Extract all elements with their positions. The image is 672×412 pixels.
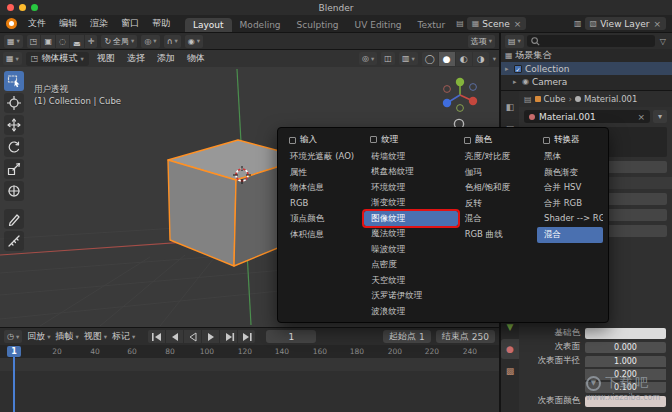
menu-item-wave-texture[interactable]: 波浪纹理 [364, 304, 457, 319]
rotate-tool-button[interactable] [4, 137, 24, 157]
overlays-toggle-button[interactable]: ◫ [381, 52, 395, 65]
frame-end-field[interactable]: 结束点 250 [436, 330, 495, 343]
viewport-editor-type-button[interactable]: ▦▾ [3, 52, 22, 65]
transform-gizmo-dropdown[interactable]: ◎▾ [359, 52, 377, 65]
timeline-menu-marker[interactable]: 标记▾ [112, 330, 135, 343]
box-select-mode-button[interactable]: ▣ [41, 35, 55, 48]
tab-texture-properties[interactable]: ▩ [501, 361, 519, 381]
menu-item-noise-texture[interactable]: 噪波纹理 [364, 242, 457, 257]
frame-start-field[interactable]: 起始点 1 [383, 330, 431, 343]
axis-x-dot[interactable] [469, 97, 477, 105]
scene-selector[interactable]: ▦ Scene × [467, 17, 527, 30]
menu-edit[interactable]: 编辑 [53, 17, 83, 30]
menu-window[interactable]: 窗口 [115, 17, 145, 30]
menu-item-mix-converter[interactable]: 混合 [537, 227, 603, 243]
viewport-menu-add[interactable]: 添加 [153, 52, 179, 65]
material-specials-button[interactable]: ▾ [653, 110, 667, 123]
collection-checkbox[interactable]: ✓ [514, 65, 522, 73]
menu-item-sky-texture[interactable]: 天空纹理 [364, 273, 457, 288]
menu-item-image-texture[interactable]: 图像纹理 [364, 211, 457, 226]
pivot-point-dropdown[interactable]: ◎▾ [141, 35, 159, 48]
options-dropdown[interactable]: 选项 ▾ [468, 35, 495, 48]
workspace-tab-uv-editing[interactable]: UV Editing [347, 18, 410, 32]
menu-item-combine-rgb[interactable]: 合并 RGB [537, 196, 603, 212]
proportional-editing-dropdown[interactable]: ◉▾ [185, 35, 203, 48]
expand-arrow-icon[interactable]: ▸ [513, 78, 519, 86]
menu-item-gamma[interactable]: 伽玛 [458, 165, 537, 181]
menu-item-hue-saturation[interactable]: 色相/饱和度 [458, 180, 537, 196]
menu-item-bright-contrast[interactable]: 亮度/对比度 [458, 149, 537, 165]
outliner-row-camera[interactable]: ▸ ◉ Camera [501, 75, 672, 88]
previous-keyframe-button[interactable] [166, 330, 183, 343]
material-name-field[interactable]: Material.001 × [524, 110, 650, 123]
shading-wireframe-button[interactable]: ◯ [422, 52, 438, 66]
view-layer-browse-icon[interactable]: ▥ [572, 19, 584, 28]
viewport-menu-view[interactable]: 视图 [93, 52, 119, 65]
viewport-menu-object[interactable]: 物体 [183, 52, 209, 65]
workspace-tab-texture-paint[interactable]: Textur [410, 18, 454, 32]
lasso-select-mode-button[interactable]: ◛ [70, 35, 84, 48]
menu-item-rgb-curves[interactable]: RGB 曲线 [458, 227, 537, 243]
menu-item-shader-to-rgb[interactable]: Shader --> RGB [537, 211, 603, 227]
workspace-tab-sculpting[interactable]: Sculpting [289, 18, 347, 32]
current-frame-marker[interactable]: 1 [7, 346, 21, 357]
annotate-tool-button[interactable] [4, 209, 24, 229]
remove-view-layer-icon[interactable]: × [653, 19, 661, 29]
tab-material-properties[interactable]: ● [501, 339, 519, 359]
play-button[interactable] [202, 330, 219, 343]
transform-orientation-dropdown[interactable]: ↻ 全局 ▾ [101, 35, 137, 48]
timeline-menu-view[interactable]: 视图▾ [84, 330, 107, 343]
tab-render-properties[interactable]: ◧ [501, 97, 519, 117]
move-tool-button[interactable] [4, 115, 24, 135]
menu-item-attribute[interactable]: 属性 [283, 165, 364, 181]
playhead-line[interactable] [13, 357, 15, 412]
xray-toggle-button[interactable]: ▥▾ [399, 52, 418, 65]
menu-file[interactable]: 文件 [22, 17, 52, 30]
workspace-tab-layout[interactable]: Layout [185, 18, 232, 32]
scale-tool-button[interactable] [4, 159, 24, 179]
editor-type-button[interactable]: ▦▾ [4, 35, 23, 48]
outliner-row-scene-collection[interactable]: ▦ 场景集合 [501, 49, 672, 62]
menu-item-volume-info[interactable]: 体积信息 [283, 227, 364, 243]
select-box-tool-button[interactable] [4, 71, 24, 91]
menu-item-color-ramp[interactable]: 颜色渐变 [537, 165, 603, 181]
mode-dropdown[interactable]: ◳ 物体模式 ▾ [26, 52, 89, 66]
timeline-menu-keying[interactable]: 插帧▾ [56, 330, 79, 343]
blender-logo-icon[interactable] [6, 18, 17, 29]
measure-tool-button[interactable] [4, 231, 24, 251]
base-color-swatch[interactable] [585, 328, 666, 339]
menu-item-rgb[interactable]: RGB [283, 196, 364, 212]
axis-z-dot[interactable] [443, 99, 451, 107]
timeline-menu-playback[interactable]: 回放▾ [27, 330, 50, 343]
subsurface-slider[interactable]: 0.000 [585, 342, 666, 353]
timeline-tracks[interactable] [0, 358, 499, 412]
workspace-tab-modeling[interactable]: Modeling [232, 18, 289, 32]
menu-item-environment-texture[interactable]: 环境纹理 [364, 180, 457, 195]
shading-rendered-button[interactable]: ◑ [473, 52, 489, 66]
axis-y-neg-dot[interactable] [457, 105, 464, 112]
tweak-mode-button[interactable]: ◳ [27, 35, 41, 48]
breadcrumb-object[interactable]: Cube [544, 94, 566, 104]
viewport-menu-select[interactable]: 选择 [123, 52, 149, 65]
current-frame-field[interactable]: 1 [266, 330, 316, 343]
play-reverse-button[interactable] [184, 330, 201, 343]
expand-arrow-icon[interactable]: ▸ [505, 65, 511, 73]
menu-render[interactable]: 渲染 [84, 17, 114, 30]
unlink-material-icon[interactable]: × [637, 112, 645, 122]
timeline-ruler[interactable]: 20 40 60 80 100 120 140 160 180 200 220 … [0, 345, 499, 358]
subsurface-radius-x[interactable]: 1.000 [585, 356, 666, 367]
menu-item-point-density[interactable]: 点密度 [364, 257, 457, 272]
timeline-editor-type-button[interactable]: ◷▾ [4, 330, 22, 343]
jump-to-start-button[interactable] [148, 330, 165, 343]
menu-help[interactable]: 帮助 [146, 17, 176, 30]
axis-x-neg-dot[interactable] [444, 86, 451, 93]
cursor-mode-button[interactable]: ✛ [85, 35, 98, 48]
snap-toggle-button[interactable]: ∩▾ [164, 35, 181, 48]
outliner-row-collection[interactable]: ▸ ✓ Collection [501, 62, 672, 75]
menu-item-vertex-color[interactable]: 顶点颜色 [283, 211, 364, 227]
next-keyframe-button[interactable] [220, 330, 237, 343]
view-layer-selector[interactable]: ▧ View Layer × [585, 17, 666, 30]
browse-scene-icon[interactable]: ▤ [454, 19, 466, 28]
shading-material-button[interactable]: ◐ [456, 52, 472, 66]
jump-to-end-button[interactable] [238, 330, 255, 343]
